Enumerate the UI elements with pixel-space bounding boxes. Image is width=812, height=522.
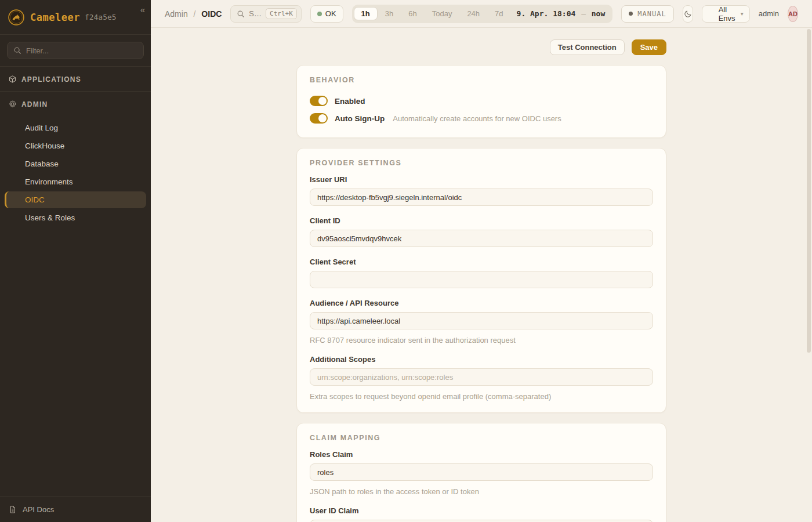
time-range-selector: 1h 3h 6h Today 24h 7d 9. Apr. 18:04 – no… bbox=[352, 5, 613, 23]
time-to: now bbox=[592, 9, 605, 18]
document-icon bbox=[8, 505, 17, 514]
page-actions: Test Connection Save bbox=[296, 39, 666, 55]
additional-scopes-input[interactable] bbox=[310, 368, 653, 386]
time-range-7d[interactable]: 7d bbox=[487, 7, 510, 20]
section-label: APPLICATIONS bbox=[21, 75, 81, 84]
moon-icon bbox=[683, 9, 693, 19]
card-title: PROVIDER SETTINGS bbox=[310, 159, 653, 167]
content: Test Connection Save BEHAVIOR Enabled Au… bbox=[151, 28, 812, 522]
cameleer-logo-icon bbox=[8, 9, 24, 26]
environment-value: All Envs bbox=[719, 5, 741, 23]
main-area: Admin / OIDC S… Ctrl+K OK 1h 3h 6h Today bbox=[151, 0, 812, 522]
behavior-card: BEHAVIOR Enabled Auto Sign-Up Automatica… bbox=[296, 65, 666, 138]
search-icon bbox=[13, 46, 21, 55]
time-separator: – bbox=[580, 9, 587, 18]
status-ok-dot bbox=[317, 12, 322, 16]
sidebar: Cameleer f24a5e5 « APPLICATIONS ADMIN bbox=[0, 0, 151, 522]
user-name: admin bbox=[759, 9, 779, 18]
sidebar-header: Cameleer f24a5e5 « bbox=[0, 0, 151, 35]
auto-signup-toggle[interactable] bbox=[310, 113, 328, 124]
sidebar-filter-wrap bbox=[0, 35, 151, 67]
build-id: f24a5e5 bbox=[85, 13, 117, 21]
user-id-claim-label: User ID Claim bbox=[310, 506, 653, 515]
sidebar-item-database[interactable]: Database bbox=[5, 155, 146, 172]
auto-signup-hint: Automatically create accounts for new OI… bbox=[393, 114, 561, 123]
field-additional-scopes: Additional Scopes Extra scopes to reques… bbox=[310, 355, 653, 401]
filter-input[interactable] bbox=[26, 46, 137, 55]
app-root: Cameleer f24a5e5 « APPLICATIONS ADMIN bbox=[0, 0, 812, 522]
audience-input[interactable] bbox=[310, 312, 653, 329]
avatar[interactable]: AD bbox=[788, 6, 798, 22]
health-status-button[interactable]: OK bbox=[310, 5, 343, 23]
sidebar-item-oidc[interactable]: OIDC bbox=[5, 191, 146, 208]
topbar: Admin / OIDC S… Ctrl+K OK 1h 3h 6h Today bbox=[151, 0, 812, 28]
client-id-input[interactable] bbox=[310, 230, 653, 247]
gear-icon bbox=[8, 100, 17, 108]
roles-claim-label: Roles Claim bbox=[310, 450, 653, 459]
sidebar-collapse-icon[interactable]: « bbox=[140, 5, 145, 14]
time-range-display[interactable]: 9. Apr. 18:04 – now bbox=[511, 9, 611, 18]
time-range-3h[interactable]: 3h bbox=[378, 7, 401, 20]
claim-mapping-card: CLAIM MAPPING Roles Claim JSON path to r… bbox=[296, 423, 666, 522]
breadcrumb-separator: / bbox=[194, 9, 196, 19]
field-audience: Audience / API Resource RFC 8707 resourc… bbox=[310, 299, 653, 345]
enabled-toggle-row: Enabled bbox=[310, 92, 653, 110]
enabled-label: Enabled bbox=[335, 97, 365, 106]
refresh-mode-label: MANUAL bbox=[637, 10, 666, 18]
breadcrumb-parent[interactable]: Admin bbox=[165, 9, 188, 19]
test-connection-button[interactable]: Test Connection bbox=[550, 39, 625, 55]
roles-claim-input[interactable] bbox=[310, 463, 653, 481]
field-client-id: Client ID bbox=[310, 216, 653, 247]
field-issuer-uri: Issuer URI bbox=[310, 175, 653, 206]
search-shortcut-badge: Ctrl+K bbox=[266, 8, 297, 19]
sidebar-item-environments[interactable]: Environments bbox=[5, 173, 146, 190]
sidebar-section-admin[interactable]: ADMIN bbox=[0, 92, 151, 116]
breadcrumb: Admin / OIDC bbox=[165, 9, 222, 19]
search-label: S… bbox=[249, 9, 262, 18]
field-roles-claim: Roles Claim JSON path to roles in the ac… bbox=[310, 450, 653, 496]
card-title: BEHAVIOR bbox=[310, 76, 653, 84]
app-name: Cameleer bbox=[30, 12, 80, 23]
user-id-claim-input[interactable] bbox=[310, 520, 653, 522]
status-label: OK bbox=[325, 9, 336, 18]
auto-signup-toggle-row: Auto Sign-Up Automatically create accoun… bbox=[310, 110, 653, 127]
theme-toggle-button[interactable] bbox=[683, 5, 693, 23]
cube-icon bbox=[8, 75, 17, 84]
toggle-knob bbox=[318, 97, 327, 105]
global-search-button[interactable]: S… Ctrl+K bbox=[230, 5, 301, 23]
client-secret-input[interactable] bbox=[310, 271, 653, 288]
additional-scopes-hint: Extra scopes to request beyond openid em… bbox=[310, 392, 653, 401]
breadcrumb-current: OIDC bbox=[201, 9, 222, 19]
scrollbar-thumb[interactable] bbox=[807, 29, 811, 353]
enabled-toggle[interactable] bbox=[310, 96, 328, 106]
issuer-uri-input[interactable] bbox=[310, 188, 653, 206]
sidebar-item-users-roles[interactable]: Users & Roles bbox=[5, 209, 146, 226]
field-user-id-claim: User ID Claim Claim used as unique ident… bbox=[310, 506, 653, 522]
search-icon bbox=[237, 10, 245, 18]
time-range-6h[interactable]: 6h bbox=[401, 7, 424, 20]
section-label: ADMIN bbox=[21, 100, 48, 108]
toggle-knob bbox=[318, 114, 327, 122]
sidebar-filter[interactable] bbox=[7, 42, 144, 59]
card-title: CLAIM MAPPING bbox=[310, 434, 653, 442]
sidebar-item-clickhouse[interactable]: ClickHouse bbox=[5, 137, 146, 154]
audience-label: Audience / API Resource bbox=[310, 299, 653, 307]
additional-scopes-label: Additional Scopes bbox=[310, 355, 653, 364]
sidebar-item-audit-log[interactable]: Audit Log bbox=[5, 119, 146, 136]
refresh-mode-button[interactable]: MANUAL bbox=[621, 5, 673, 23]
sidebar-section-applications[interactable]: APPLICATIONS bbox=[0, 67, 151, 92]
time-range-today[interactable]: Today bbox=[425, 7, 460, 20]
field-client-secret: Client Secret bbox=[310, 258, 653, 288]
chevron-down-icon: ▾ bbox=[741, 10, 744, 17]
auto-signup-label: Auto Sign-Up bbox=[335, 114, 385, 123]
time-range-1h[interactable]: 1h bbox=[354, 7, 378, 20]
api-docs-label: API Docs bbox=[23, 505, 54, 514]
environment-select[interactable]: All Envs ▾ bbox=[702, 5, 750, 23]
time-from: 9. Apr. 18:04 bbox=[517, 9, 576, 18]
sidebar-footer-api-docs[interactable]: API Docs bbox=[0, 496, 151, 522]
client-secret-label: Client Secret bbox=[310, 258, 653, 266]
refresh-mode-dot bbox=[629, 12, 633, 16]
roles-claim-hint: JSON path to roles in the access token o… bbox=[310, 487, 653, 496]
save-button[interactable]: Save bbox=[632, 39, 666, 55]
time-range-24h[interactable]: 24h bbox=[459, 7, 487, 20]
